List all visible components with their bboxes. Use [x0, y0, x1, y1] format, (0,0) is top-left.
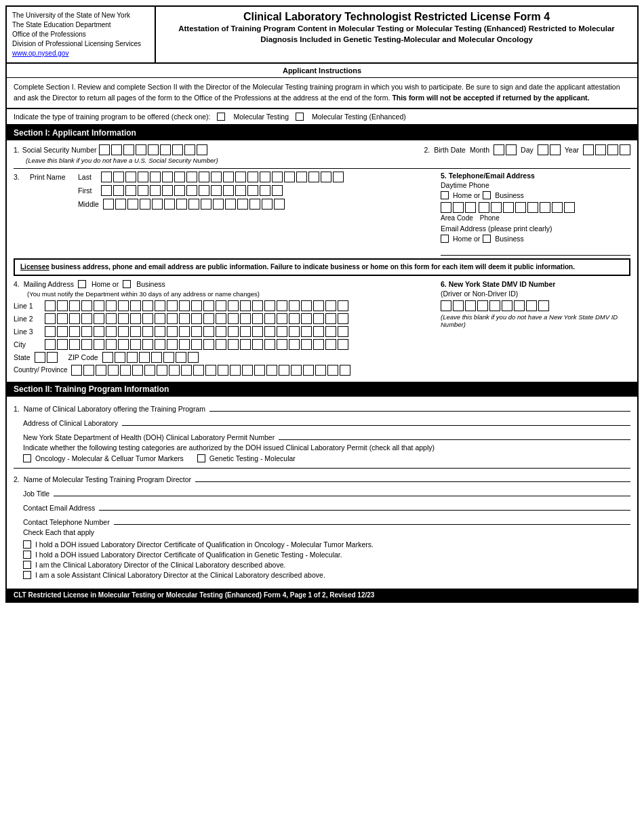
phone-boxes[interactable] — [479, 202, 575, 213]
zip-label: ZIP Code — [68, 353, 98, 361]
form-container: The University of the State of New York … — [5, 5, 639, 603]
ssn-note: (Leave this blank if you do not have a U… — [26, 157, 410, 164]
dmv-sub: (Driver or Non-Driver ID) — [441, 290, 630, 298]
day-label: Day — [521, 146, 534, 154]
dmv-group: 6. New York State DMV ID Number (Driver … — [441, 280, 630, 328]
middle-label: Middle — [78, 200, 99, 208]
line1-label: Line 1 — [14, 302, 41, 310]
instructions-header: Applicant Instructions — [7, 64, 637, 78]
check-row-1: I hold a DOH issued Laboratory Director … — [23, 540, 630, 549]
footer-bar: CLT Restricted License in Molecular Test… — [7, 589, 637, 601]
zip-boxes[interactable] — [102, 352, 199, 363]
molecular-enhanced-checkbox[interactable] — [296, 113, 304, 121]
area-code-label: Area Code — [441, 214, 473, 222]
ssn-label: Social Security Number — [22, 146, 97, 154]
doh-permit-label: New York State Department of Health (DOH… — [23, 433, 275, 441]
country-boxes[interactable] — [71, 365, 427, 376]
check4-text: I am a sole Assistant Clinical Laborator… — [35, 571, 325, 579]
check-row-3: I am the Clinical Laboratory Director of… — [23, 561, 630, 569]
header-left: The University of the State of New York … — [7, 7, 156, 62]
first-name-boxes[interactable] — [101, 185, 283, 196]
name-lab-input[interactable] — [209, 401, 630, 412]
business-phone-checkbox[interactable] — [483, 191, 491, 199]
form-title: Clinical Laboratory Technologist Restric… — [163, 11, 630, 23]
ssn-group: 1. Social Security Number (Leave this bl… — [14, 144, 410, 164]
birth-date-group: 2. Birth Date Month Day Year — [424, 144, 630, 155]
mailing-label: Mailing Address — [24, 280, 74, 288]
telephone-group: 5. Telephone/Email Address Daytime Phone… — [441, 172, 630, 256]
section2-item1: 1. Name of Clinical Laboratory offering … — [14, 401, 630, 462]
oncology-checkbox-group: Oncology - Molecular & Celluar Tumor Mar… — [23, 454, 184, 462]
day-boxes[interactable] — [538, 144, 561, 155]
first-label: First — [78, 186, 97, 195]
dmv-note: (Leave this blank if you do not have a N… — [441, 313, 630, 328]
tel-label: Telephone/Email Address — [449, 172, 535, 180]
line3-boxes[interactable] — [45, 326, 427, 337]
molecular-testing-checkbox[interactable] — [217, 113, 225, 121]
check2-text: I hold a DOH issued Laboratory Director … — [35, 551, 342, 559]
line2-boxes[interactable] — [45, 313, 427, 324]
line2-label: Line 2 — [14, 315, 41, 323]
check-each-label: Check Each that apply — [23, 528, 630, 536]
last-label: Last — [78, 173, 97, 181]
director-input[interactable] — [195, 471, 630, 482]
job-title-label: Job Title — [23, 490, 49, 498]
business3-label: Business — [136, 280, 165, 288]
home-email-checkbox[interactable] — [441, 235, 449, 243]
business-mail-checkbox[interactable] — [123, 280, 131, 288]
form-subtitle: Attestation of Training Program Content … — [163, 23, 630, 45]
address-lab-label: Address of Clinical Laboratory — [23, 419, 118, 427]
middle-name-boxes[interactable] — [103, 199, 285, 210]
section2-header: Section II: Training Program Information — [7, 382, 637, 397]
section1-body: 1. Social Security Number (Leave this bl… — [7, 140, 637, 382]
contact-tel-input[interactable] — [114, 514, 630, 525]
genetic-checkbox[interactable] — [197, 454, 205, 462]
director-label: Name of Molecular Testing Training Progr… — [24, 475, 191, 483]
check3-box[interactable] — [23, 561, 31, 569]
molecular-enhanced-label: Molecular Testing (Enhanced) — [312, 113, 406, 121]
email-input-line[interactable] — [441, 245, 630, 256]
line1-boxes[interactable] — [45, 300, 427, 311]
business-email-checkbox[interactable] — [483, 235, 491, 243]
home-mail-checkbox[interactable] — [78, 280, 86, 288]
address-lab-input[interactable] — [122, 415, 630, 426]
phone-label: Phone — [480, 214, 500, 222]
header-right: Clinical Laboratory Technologist Restric… — [156, 7, 637, 62]
instructions-body: Complete Section I. Review and complete … — [7, 78, 637, 109]
year-boxes[interactable] — [583, 144, 630, 155]
check2-box[interactable] — [23, 551, 31, 559]
check1-box[interactable] — [23, 540, 31, 549]
birth-date-label: Birth Date — [434, 146, 466, 154]
molecular-testing-label: Molecular Testing — [233, 113, 289, 121]
section1-header: Section I: Applicant Information — [7, 125, 637, 140]
org-line2: The State Education Department — [12, 20, 149, 30]
last-name-boxes[interactable] — [101, 172, 344, 182]
dmv-boxes[interactable] — [441, 300, 630, 311]
contact-email-label: Contact Email Address — [23, 504, 95, 512]
business2-label: Business — [495, 235, 524, 243]
check3-text: I am the Clinical Laboratory Director of… — [35, 561, 285, 569]
home-phone-checkbox[interactable] — [441, 191, 449, 199]
name-lab-label: Name of Clinical Laboratory offering the… — [24, 405, 205, 413]
job-title-input[interactable] — [54, 485, 630, 496]
org-link[interactable]: www.op.nysed.gov — [12, 49, 68, 57]
area-code-boxes[interactable] — [441, 202, 476, 213]
org-line4: Division of Professional Licensing Servi… — [12, 39, 149, 49]
month-label: Month — [470, 146, 489, 154]
ssn-boxes[interactable] — [99, 144, 207, 155]
email-label: Email Address (please print clearly) — [441, 224, 630, 233]
month-boxes[interactable] — [494, 144, 517, 155]
notice-text: Licensee business address, phone and ema… — [20, 263, 575, 271]
city-boxes[interactable] — [45, 339, 427, 350]
check1-text: I hold a DOH issued Laboratory Director … — [35, 540, 374, 549]
daytime-phone-label: Daytime Phone — [441, 181, 630, 189]
state-boxes[interactable] — [35, 352, 58, 363]
genetic-checkbox-group: Genetic Testing - Molecular — [197, 454, 296, 462]
oncology-checkbox[interactable] — [23, 454, 31, 462]
check4-box[interactable] — [23, 571, 31, 579]
section2-body: 1. Name of Clinical Laboratory offering … — [7, 397, 637, 589]
notice-box: Licensee business address, phone and ema… — [14, 258, 630, 276]
contact-email-input[interactable] — [99, 500, 630, 511]
check-row-2: I hold a DOH issued Laboratory Director … — [23, 551, 630, 559]
doh-permit-input[interactable] — [279, 429, 630, 440]
